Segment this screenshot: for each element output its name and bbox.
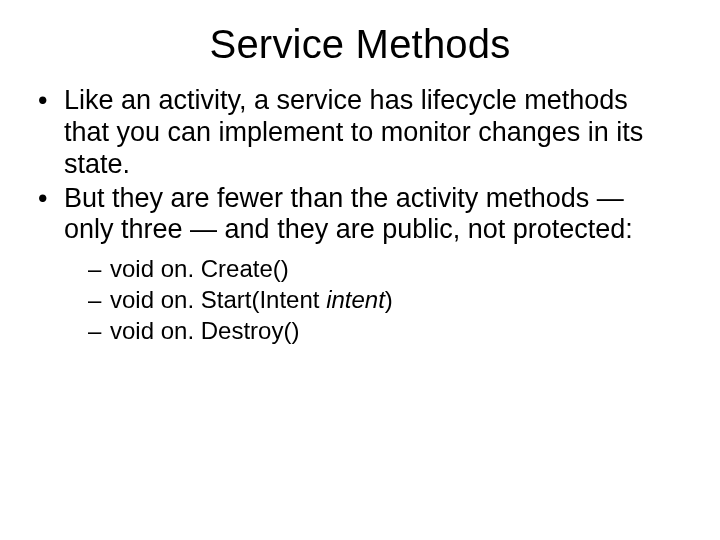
sub-bullet-item: void on. Create() [88, 254, 680, 284]
slide-body: Like an activity, a service has lifecycl… [0, 85, 720, 346]
sub-bullet-item: void on. Start(Intent intent) [88, 285, 680, 315]
bullet-item: Like an activity, a service has lifecycl… [34, 85, 680, 181]
bullet-list: Like an activity, a service has lifecycl… [34, 85, 680, 346]
slide: Service Methods Like an activity, a serv… [0, 0, 720, 540]
method-text: void on. Create() [110, 255, 289, 282]
sub-bullet-list: void on. Create() void on. Start(Intent … [64, 254, 680, 346]
slide-title: Service Methods [0, 0, 720, 85]
method-text: void on. Destroy() [110, 317, 299, 344]
bullet-item: But they are fewer than the activity met… [34, 183, 680, 347]
method-param: intent [326, 286, 385, 313]
method-text: void on. Start(Intent [110, 286, 326, 313]
bullet-text: But they are fewer than the activity met… [64, 183, 633, 245]
method-text: ) [385, 286, 393, 313]
sub-bullet-item: void on. Destroy() [88, 316, 680, 346]
